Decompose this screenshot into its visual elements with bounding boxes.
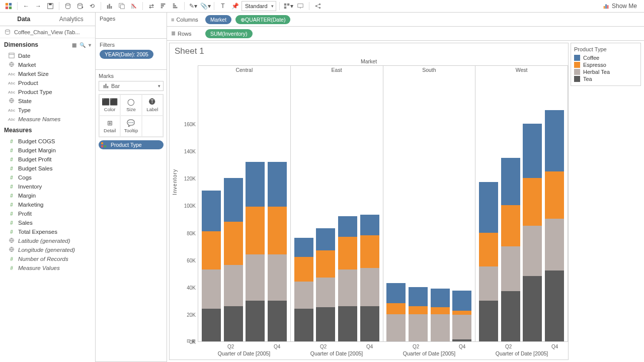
- field-market size[interactable]: AbcMarket Size: [0, 69, 95, 78]
- bar-segment-tea[interactable]: [316, 307, 335, 341]
- bar-segment-espresso[interactable]: [523, 178, 542, 226]
- legend-item[interactable]: Espresso: [574, 61, 637, 68]
- bar-segment-herbal-tea[interactable]: [224, 265, 243, 306]
- bar-segment-espresso[interactable]: [452, 311, 471, 315]
- bar-segment-espresso[interactable]: [431, 307, 450, 314]
- field-product type[interactable]: AbcProduct Type: [0, 87, 95, 97]
- bar-segment-herbal-tea[interactable]: [523, 226, 542, 276]
- bar-segment-espresso[interactable]: [202, 231, 221, 269]
- bar-segment-herbal-tea[interactable]: [501, 246, 520, 291]
- bar-segment-espresso[interactable]: [268, 207, 287, 254]
- field-marketing[interactable]: #Marketing: [0, 200, 95, 209]
- chart-panels[interactable]: [198, 74, 568, 342]
- bar-segment-tea[interactable]: [268, 301, 287, 341]
- logo-icon[interactable]: [3, 1, 14, 11]
- chart-panel-central[interactable]: [198, 74, 290, 342]
- bar-segment-espresso[interactable]: [360, 235, 379, 268]
- legend-item[interactable]: Herbal Tea: [574, 68, 637, 75]
- bar-segment-coffee[interactable]: [431, 289, 450, 308]
- bar-segment-espresso[interactable]: [316, 250, 335, 278]
- bar[interactable]: [246, 162, 265, 341]
- bar-segment-tea[interactable]: [246, 301, 265, 341]
- field-margin[interactable]: #Margin: [0, 191, 95, 200]
- field-measure names[interactable]: AbcMeasure Names: [0, 115, 95, 124]
- clear-sheet-button[interactable]: [128, 1, 139, 11]
- field-cogs[interactable]: #Cogs: [0, 173, 95, 182]
- save-button[interactable]: [45, 1, 56, 11]
- refresh-button[interactable]: ⟲: [87, 1, 98, 11]
- bar-segment-tea[interactable]: [479, 301, 498, 341]
- datasource-row[interactable]: Coffee_Chain_View (Tab...: [0, 26, 95, 38]
- bar-segment-espresso[interactable]: [409, 306, 428, 314]
- bar-segment-espresso[interactable]: [246, 207, 265, 254]
- bar-segment-herbal-tea[interactable]: [202, 269, 221, 309]
- field-measure values[interactable]: #Measure Values: [0, 263, 95, 273]
- new-datasource-button[interactable]: [62, 1, 73, 11]
- col-pill-market[interactable]: Market: [205, 15, 231, 24]
- chart-panel-west[interactable]: [475, 74, 568, 342]
- bar-segment-coffee[interactable]: [545, 110, 564, 171]
- panel-header[interactable]: West: [475, 65, 568, 74]
- sort-asc-button[interactable]: [158, 1, 169, 11]
- duplicate-sheet-button[interactable]: [116, 1, 127, 11]
- bar-segment-espresso[interactable]: [294, 257, 313, 282]
- bar[interactable]: [409, 287, 428, 341]
- search-fields-icon[interactable]: 🔍: [79, 42, 86, 48]
- filter-pill-year[interactable]: YEAR(Date): 2005: [100, 50, 153, 59]
- field-date[interactable]: Date: [0, 51, 95, 60]
- mark-detail-button[interactable]: ⊞Detail: [99, 116, 120, 137]
- bar-segment-herbal-tea[interactable]: [316, 278, 335, 308]
- view-as-icon[interactable]: ▦: [72, 42, 76, 48]
- share-button[interactable]: [312, 1, 324, 11]
- bar-segment-coffee[interactable]: [523, 124, 542, 178]
- legend-item[interactable]: Tea: [574, 75, 637, 82]
- bar[interactable]: [294, 238, 313, 341]
- field-total expenses[interactable]: #Total Expenses: [0, 227, 95, 236]
- sort-desc-button[interactable]: [170, 1, 181, 11]
- mark-size-button[interactable]: ◯Size: [120, 95, 141, 116]
- bar-segment-herbal-tea[interactable]: [545, 219, 564, 270]
- bar-segment-herbal-tea[interactable]: [479, 266, 498, 301]
- presentation-button[interactable]: [295, 1, 306, 11]
- sheet-title[interactable]: Sheet 1: [170, 43, 568, 57]
- field-type[interactable]: AbcType: [0, 106, 95, 115]
- bar-segment-coffee[interactable]: [202, 191, 221, 231]
- bar-segment-coffee[interactable]: [268, 162, 287, 207]
- bar-segment-coffee[interactable]: [501, 158, 520, 206]
- bar-segment-coffee[interactable]: [294, 238, 313, 257]
- bar-segment-herbal-tea[interactable]: [338, 269, 357, 306]
- bar-segment-coffee[interactable]: [386, 283, 406, 304]
- bar-segment-tea[interactable]: [523, 276, 542, 341]
- mark-color-button[interactable]: ⬛⬛Color: [99, 95, 120, 116]
- bar-segment-tea[interactable]: [501, 291, 520, 341]
- chart-panel-east[interactable]: [290, 74, 383, 342]
- bar-segment-herbal-tea[interactable]: [294, 282, 313, 309]
- forward-button[interactable]: →: [33, 1, 44, 11]
- panel-header[interactable]: Central: [198, 65, 291, 74]
- bar[interactable]: [360, 215, 379, 341]
- mark-label-button[interactable]: 🅣Label: [142, 95, 163, 116]
- new-worksheet-button[interactable]: [104, 1, 115, 11]
- show-cards-button[interactable]: ▾: [283, 1, 294, 11]
- col-pill-quarter[interactable]: ⊕ QUARTER(Date): [235, 15, 290, 24]
- bar-segment-tea[interactable]: [202, 309, 221, 341]
- bar-segment-espresso[interactable]: [386, 303, 406, 314]
- field-budget margin[interactable]: #Budget Margin: [0, 146, 95, 155]
- fit-mode-select[interactable]: Standard: [242, 1, 276, 11]
- bar-segment-tea[interactable]: [545, 270, 564, 341]
- bar-segment-herbal-tea[interactable]: [246, 254, 265, 301]
- bar[interactable]: [431, 289, 450, 342]
- tab-data[interactable]: Data: [0, 13, 48, 26]
- bar-segment-coffee[interactable]: [316, 228, 335, 250]
- bar[interactable]: [545, 110, 564, 341]
- filters-shelf[interactable]: Filters YEAR(Date): 2005: [96, 39, 167, 70]
- bar-segment-coffee[interactable]: [338, 216, 357, 237]
- bar[interactable]: [501, 158, 520, 341]
- bar[interactable]: [452, 291, 471, 341]
- tab-analytics[interactable]: Analytics: [48, 13, 96, 26]
- bar-segment-coffee[interactable]: [409, 287, 428, 306]
- bar-segment-herbal-tea[interactable]: [409, 314, 428, 341]
- back-button[interactable]: ←: [21, 1, 32, 11]
- field-profit[interactable]: #Profit: [0, 209, 95, 218]
- bar-segment-coffee[interactable]: [479, 182, 498, 232]
